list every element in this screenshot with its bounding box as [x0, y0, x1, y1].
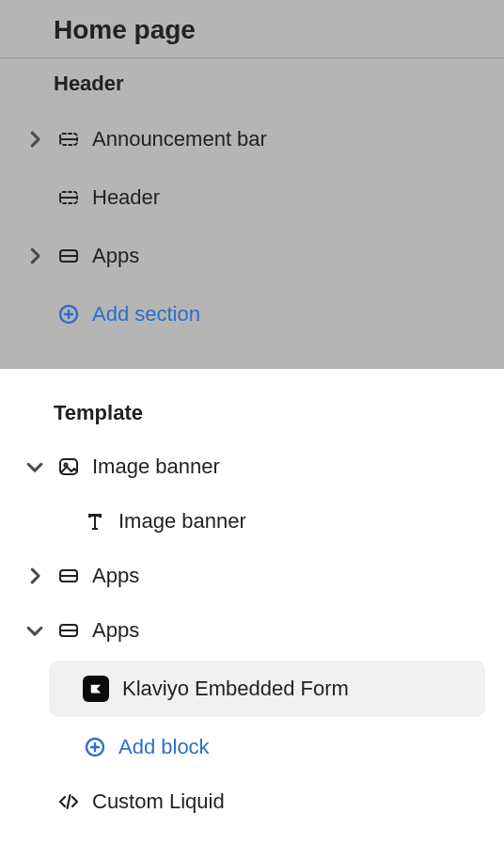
section-label: Apps — [92, 564, 139, 588]
template-group-panel: Template Image banner Image banner Apps — [0, 369, 504, 826]
header-group-panel: Home page Header Announcement bar Header… — [0, 0, 504, 369]
image-icon — [56, 454, 81, 479]
page-title: Home page — [0, 0, 504, 58]
section-solid-icon — [56, 618, 81, 643]
template-group-label: Template — [0, 380, 504, 437]
section-dashed-icon — [56, 127, 81, 151]
section-label: Apps — [92, 618, 139, 643]
section-solid-icon — [56, 564, 81, 588]
svg-line-18 — [68, 795, 71, 808]
section-row-apps-expanded[interactable]: Apps — [0, 606, 504, 655]
section-label: Header — [92, 185, 160, 210]
section-label: Apps — [92, 244, 139, 268]
block-row-image-banner-text[interactable]: Image banner — [0, 497, 504, 546]
chevron-right-icon[interactable] — [24, 566, 45, 586]
section-label: Announcement bar — [92, 127, 267, 151]
section-label: Image banner — [92, 454, 220, 479]
section-row-custom-liquid[interactable]: Custom Liquid — [0, 777, 504, 826]
chevron-down-icon[interactable] — [24, 620, 45, 641]
add-section-button[interactable]: Add section — [0, 290, 504, 339]
section-label: Custom Liquid — [92, 789, 225, 814]
add-block-button[interactable]: Add block — [0, 723, 504, 772]
text-icon — [83, 509, 107, 534]
plus-circle-icon — [56, 302, 81, 327]
header-group-label: Header — [0, 58, 504, 105]
chevron-down-icon[interactable] — [24, 456, 45, 477]
section-row-apps-header[interactable]: Apps — [0, 231, 504, 280]
section-dashed-icon — [56, 185, 81, 210]
section-solid-icon — [56, 244, 81, 268]
add-block-label: Add block — [118, 735, 210, 759]
block-label: Image banner — [118, 509, 246, 534]
section-row-apps-collapsed[interactable]: Apps — [0, 551, 504, 600]
section-row-image-banner[interactable]: Image banner — [0, 442, 504, 491]
section-row-header[interactable]: Header — [0, 173, 504, 222]
add-section-label: Add section — [92, 302, 200, 327]
section-row-announcement-bar[interactable]: Announcement bar — [0, 115, 504, 164]
chevron-right-icon[interactable] — [24, 246, 45, 266]
block-row-klaviyo-embedded-form[interactable]: Klaviyo Embedded Form — [49, 661, 485, 717]
chevron-right-icon[interactable] — [24, 129, 45, 150]
klaviyo-app-icon — [83, 676, 109, 702]
code-icon — [56, 789, 81, 814]
plus-circle-icon — [83, 735, 107, 759]
block-label: Klaviyo Embedded Form — [122, 677, 349, 701]
